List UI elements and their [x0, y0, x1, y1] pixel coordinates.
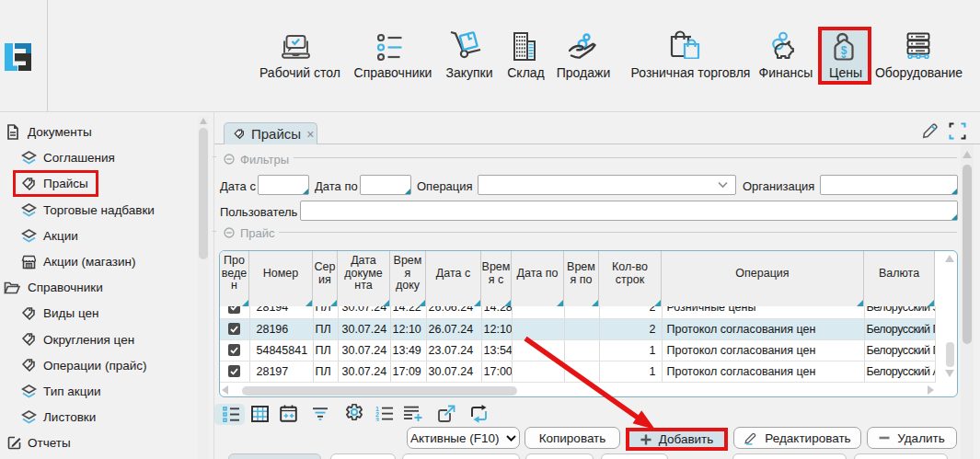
svg-text:3: 3 — [375, 417, 379, 422]
